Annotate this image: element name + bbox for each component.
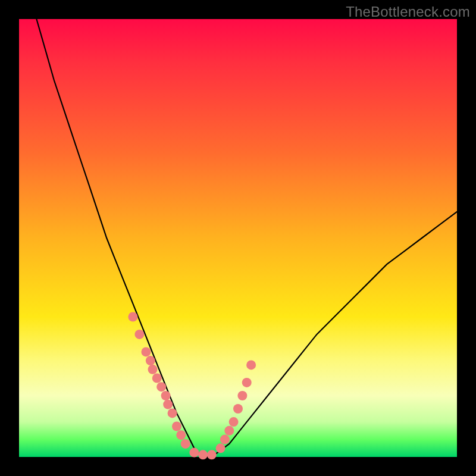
outer-frame: TheBottleneck.com — [0, 0, 476, 476]
highlight-dot — [152, 374, 162, 383]
highlight-dot — [220, 435, 230, 444]
highlight-dot — [161, 391, 171, 400]
highlight-dot — [207, 450, 217, 459]
highlight-dot — [229, 417, 239, 427]
highlight-dot — [148, 365, 158, 374]
highlight-dot — [198, 450, 208, 459]
highlight-dot — [176, 430, 186, 440]
highlight-dots — [128, 312, 256, 460]
highlight-dot — [172, 422, 181, 431]
plot-area — [19, 19, 457, 457]
highlight-dot — [242, 378, 252, 387]
bottleneck-curve — [36, 19, 457, 457]
highlight-dot — [134, 330, 144, 339]
highlight-dot — [128, 312, 137, 322]
highlight-dot — [233, 404, 243, 414]
watermark-text: TheBottleneck.com — [346, 4, 470, 20]
highlight-dot — [146, 356, 155, 365]
highlight-dot — [168, 408, 177, 418]
highlight-dot — [189, 448, 199, 458]
highlight-dot — [224, 426, 234, 436]
highlight-dot — [246, 360, 256, 369]
highlight-dot — [156, 382, 166, 392]
highlight-dot — [163, 400, 173, 409]
highlight-dot — [237, 391, 247, 400]
highlight-dot — [141, 347, 151, 356]
highlight-dot — [216, 443, 226, 453]
highlight-dot — [181, 439, 190, 449]
curve-svg — [19, 19, 457, 457]
